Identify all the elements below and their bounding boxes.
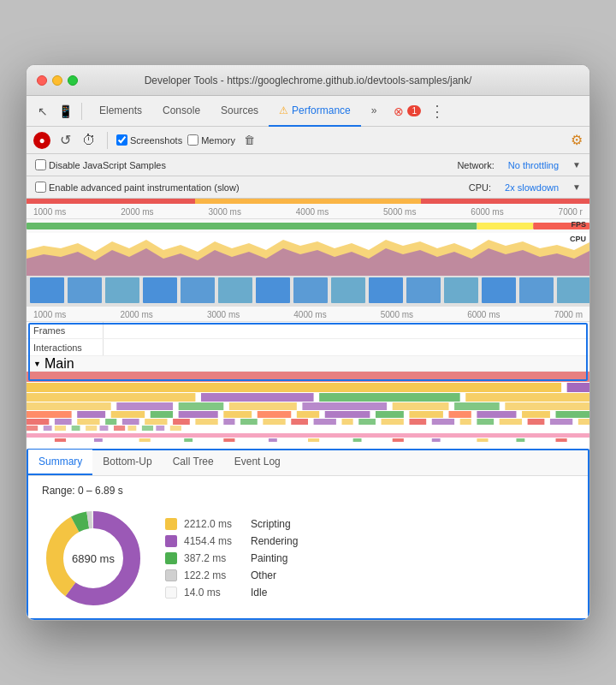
svg-rect-100: [432, 438, 441, 442]
svg-rect-26: [27, 383, 561, 392]
minimize-button[interactable]: [52, 75, 62, 86]
device-icon[interactable]: 📱: [56, 102, 74, 121]
svg-rect-79: [27, 426, 38, 431]
svg-rect-37: [393, 402, 449, 410]
trash-icon[interactable]: 🗑: [240, 134, 259, 146]
svg-rect-84: [100, 426, 109, 431]
tab-bar: ↖ 📱 Elements Console Sources ⚠ Performan…: [27, 96, 589, 127]
svg-rect-40: [27, 411, 72, 418]
svg-rect-67: [314, 419, 336, 425]
paint-checkbox[interactable]: Enable advanced paint instrumentation (s…: [35, 182, 240, 193]
cpu-options: CPU: 2x slowdown ▼: [469, 182, 581, 193]
svg-rect-33: [116, 402, 173, 410]
scripting-value: 2212.0 ms: [184, 518, 244, 530]
svg-rect-98: [353, 438, 362, 442]
js-samples-checkbox[interactable]: Disable JavaScript Samples: [35, 159, 166, 170]
clear-icon[interactable]: ⏱: [80, 133, 98, 148]
screenshots-strip: [27, 276, 589, 307]
pie-chart: 6890 ms: [42, 507, 145, 610]
cursor-icon[interactable]: ↖: [33, 102, 52, 121]
ruler-marks: 1000 ms 2000 ms 3000 ms 4000 ms 5000 ms …: [27, 207, 589, 217]
bottom-content: Range: 0 – 6.89 s: [28, 476, 588, 618]
tab-call-tree[interactable]: Call Tree: [163, 450, 224, 475]
legend-scripting: 2212.0 ms Scripting: [165, 518, 298, 530]
svg-rect-55: [27, 419, 49, 425]
svg-rect-82: [72, 426, 80, 431]
svg-rect-49: [376, 411, 404, 418]
svg-rect-64: [240, 419, 258, 425]
svg-rect-18: [406, 277, 441, 303]
svg-rect-92: [94, 438, 103, 442]
window-title: Developer Tools - https://googlechrome.g…: [145, 74, 472, 86]
legend: 2212.0 ms Scripting 4154.4 ms Rendering …: [165, 518, 298, 599]
legend-painting: 387.2 ms Painting: [165, 552, 298, 564]
maximize-button[interactable]: [68, 75, 78, 86]
svg-rect-88: [156, 426, 164, 431]
svg-rect-15: [293, 277, 328, 303]
pie-center-label: 6890 ms: [72, 552, 115, 565]
screenshots-svg: [27, 276, 589, 307]
cpu-dropdown-icon[interactable]: ▼: [572, 182, 581, 192]
reload-icon[interactable]: ↺: [56, 132, 74, 148]
cpu-value[interactable]: 2x slowdown: [505, 182, 559, 193]
tab-summary[interactable]: Summary: [28, 450, 92, 475]
flame-chart[interactable]: [27, 372, 589, 449]
error-count: 1: [407, 105, 421, 116]
tab-sources[interactable]: Sources: [210, 96, 269, 127]
svg-rect-39: [505, 402, 589, 410]
traffic-lights: [37, 75, 78, 86]
cpu-svg: [27, 233, 589, 276]
svg-rect-81: [55, 426, 66, 431]
tab-event-log[interactable]: Event Log: [224, 450, 291, 475]
fps-chart: [27, 219, 589, 233]
svg-rect-65: [263, 419, 285, 425]
svg-rect-8: [30, 277, 64, 303]
svg-rect-44: [179, 411, 218, 418]
tab-elements[interactable]: Elements: [89, 96, 152, 127]
svg-rect-69: [358, 419, 376, 425]
svg-rect-28: [27, 393, 195, 402]
main-tabs: Elements Console Sources ⚠ Performance »: [89, 96, 387, 127]
legend-other: 122.2 ms Other: [165, 569, 298, 581]
rendering-value: 4154.4 ms: [184, 535, 244, 547]
svg-rect-101: [477, 438, 488, 442]
svg-rect-96: [269, 438, 277, 442]
screenshots-checkbox[interactable]: Screenshots: [116, 134, 182, 146]
cpu-chart[interactable]: CPU: [27, 233, 589, 276]
cpu-label: CPU: [570, 235, 586, 243]
pie-area: 6890 ms 2212.0 ms Scripting 4154.4 ms Re…: [42, 507, 574, 610]
svg-rect-21: [519, 277, 554, 303]
idle-value: 14.0 ms: [184, 587, 244, 599]
settings-icon[interactable]: ⚙: [571, 132, 583, 148]
devtools-menu-icon[interactable]: ⋮: [429, 102, 445, 121]
close-button[interactable]: [37, 75, 47, 86]
sep2: [107, 132, 108, 149]
bottom-panel: Summary Bottom-Up Call Tree Event Log Ra…: [27, 449, 589, 620]
svg-rect-46: [258, 411, 291, 418]
tab-bottom-up[interactable]: Bottom-Up: [92, 450, 162, 475]
ruler-mark2-7: 7000 m: [554, 310, 583, 319]
warning-icon: ⚠: [279, 104, 288, 116]
ruler-mark-4: 4000 ms: [296, 207, 329, 217]
svg-rect-89: [170, 426, 181, 431]
memory-checkbox[interactable]: Memory: [187, 134, 235, 146]
svg-rect-60: [145, 419, 167, 425]
svg-rect-73: [460, 419, 471, 425]
cpu-label: CPU:: [469, 182, 491, 193]
svg-rect-94: [184, 438, 192, 442]
svg-rect-9: [68, 277, 102, 303]
tab-console[interactable]: Console: [152, 96, 210, 127]
svg-rect-11: [143, 277, 177, 303]
record-button[interactable]: ●: [33, 132, 50, 149]
network-dropdown-icon[interactable]: ▼: [572, 160, 581, 170]
svg-rect-12: [181, 277, 215, 303]
tab-more[interactable]: »: [361, 96, 388, 127]
network-value[interactable]: No throttling: [508, 160, 559, 170]
painting-label: Painting: [251, 552, 287, 564]
legend-idle: 14.0 ms Idle: [165, 587, 298, 599]
devtools-window: Developer Tools - https://googlechrome.g…: [26, 64, 590, 621]
svg-rect-27: [567, 383, 589, 392]
tab-performance[interactable]: ⚠ Performance: [269, 96, 361, 127]
svg-rect-74: [477, 419, 494, 425]
error-icon: ⊗: [394, 104, 404, 118]
